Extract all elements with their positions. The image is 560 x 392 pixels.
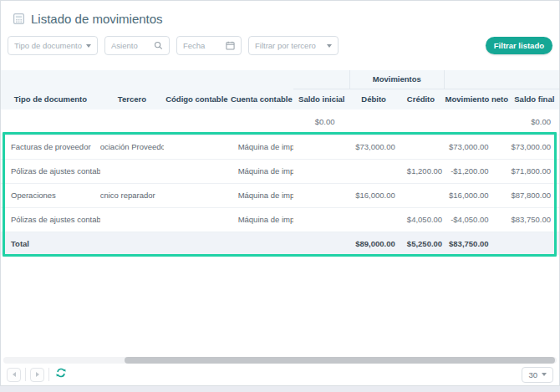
entry-search-field[interactable] [104, 36, 170, 55]
cell: Máquina de impresión [230, 183, 293, 207]
date-field[interactable] [176, 36, 242, 55]
cell [164, 183, 229, 207]
document-type-select[interactable] [8, 36, 98, 55]
pagination-toolbar: 30 [1, 365, 559, 385]
col-header-credito[interactable]: Crédito [398, 89, 444, 109]
cell: $71,800.00 [510, 159, 559, 183]
empty-area [1, 255, 559, 355]
cell [164, 135, 229, 159]
chevron-down-icon [86, 44, 91, 48]
third-party-filter-select[interactable] [248, 36, 339, 55]
group-header-spacer [1, 70, 293, 89]
cell [293, 207, 349, 232]
table-row[interactable]: Operaciones cnico reparador Máquina de i… [1, 183, 559, 207]
col-header-tipo-de-documento[interactable]: Tipo de documento [1, 89, 100, 109]
group-header-spacer [444, 70, 559, 89]
cell [510, 232, 559, 255]
cell [1, 109, 100, 135]
movements-panel: Listado de movimientos [0, 0, 560, 386]
cell [293, 159, 349, 183]
horizontal-scrollbar[interactable] [3, 357, 557, 364]
cell: Pólizas de ajustes contabl... [1, 207, 100, 232]
cell: Pólizas de ajustes contabl... [1, 159, 100, 183]
cell [164, 232, 229, 255]
cell [100, 109, 164, 135]
cell: $0.00 [510, 109, 559, 135]
cell: $73,000.00 [510, 135, 559, 159]
cell [398, 183, 444, 207]
filter-bar: Filtrar listado [1, 31, 559, 63]
refresh-icon [55, 367, 67, 382]
col-header-movimiento-neto[interactable]: Movimiento neto [444, 89, 509, 109]
chevron-down-icon [542, 373, 547, 376]
cell [164, 159, 229, 183]
filter-list-button[interactable]: Filtrar listado [486, 37, 552, 54]
cell: $1,200.00 [398, 159, 444, 183]
opening-balance-row[interactable]: $0.00 $0.00 [1, 109, 559, 135]
cell: cnico reparador [100, 183, 164, 207]
cell [293, 135, 349, 159]
prev-page-button[interactable] [7, 368, 21, 382]
cell [293, 183, 349, 207]
refresh-button[interactable] [55, 367, 67, 382]
group-header-spacer [293, 70, 349, 89]
divider [48, 368, 49, 381]
cell: $16,000.00 [444, 183, 509, 207]
arrow-left-icon [13, 372, 16, 377]
total-credito: $5,250.00 [398, 232, 444, 255]
total-movimiento-neto: $83,750.00 [444, 232, 509, 255]
total-debito: $89,000.00 [349, 232, 397, 255]
page-title: Listado de movimientos [31, 12, 163, 26]
group-header-row: Movimientos [1, 70, 559, 89]
cell: $4,050.00 [398, 207, 444, 232]
search-icon [154, 38, 163, 53]
cell [230, 109, 293, 135]
table-row[interactable]: Facturas de proveedor ociación Proveedor… [1, 135, 559, 159]
cell [398, 109, 444, 135]
calculator-icon [13, 13, 25, 25]
horizontal-scrollbar-thumb[interactable] [125, 357, 555, 364]
total-label: Total [1, 232, 100, 255]
cell [349, 159, 397, 183]
table-row[interactable]: Pólizas de ajustes contabl... Máquina de… [1, 159, 559, 183]
movements-table: Movimientos Tipo de documento Tercero Có… [1, 70, 559, 255]
entry-search-input[interactable] [111, 41, 154, 50]
document-type-input[interactable] [14, 41, 86, 50]
chevron-down-icon [327, 44, 332, 48]
col-header-tercero[interactable]: Tercero [100, 89, 164, 109]
col-header-cuenta-contable[interactable]: Cuenta contable [230, 89, 293, 109]
cell [444, 109, 509, 135]
col-header-codigo-contable[interactable]: Código contable [164, 89, 229, 109]
cell: $73,000.00 [349, 135, 397, 159]
divider [25, 368, 26, 381]
date-input[interactable] [183, 41, 226, 50]
cell: Máquina de impresión [230, 135, 293, 159]
cell: Máquina de impresión [230, 159, 293, 183]
cell: $0.00 [293, 109, 349, 135]
page-size-select[interactable]: 30 [522, 367, 553, 383]
arrow-right-icon [36, 372, 39, 377]
calendar-icon [226, 38, 235, 53]
cell: $16,000.00 [349, 183, 397, 207]
cell [398, 135, 444, 159]
panel-header: Listado de movimientos [1, 1, 559, 31]
next-page-button[interactable] [30, 368, 44, 382]
table-row[interactable]: Pólizas de ajustes contabl... Máquina de… [1, 207, 559, 232]
cell [100, 159, 164, 183]
cell: -$1,200.00 [444, 159, 509, 183]
page-size-value: 30 [528, 370, 537, 379]
cell: -$4,050.00 [444, 207, 509, 232]
cell: Facturas de proveedor [1, 135, 100, 159]
cell [164, 109, 229, 135]
third-party-filter-input[interactable] [255, 41, 327, 50]
col-header-debito[interactable]: Débito [349, 89, 397, 109]
col-header-saldo-final[interactable]: Saldo final [510, 89, 559, 109]
cell [164, 207, 229, 232]
cell [100, 207, 164, 232]
cell: $73,000.00 [444, 135, 509, 159]
cell: $87,800.00 [510, 183, 559, 207]
cell [349, 207, 397, 232]
col-header-saldo-inicial[interactable]: Saldo inicial [293, 89, 349, 109]
cell [230, 232, 293, 255]
total-row: Total $89,000.00 $5,250.00 $83,750.00 [1, 232, 559, 255]
